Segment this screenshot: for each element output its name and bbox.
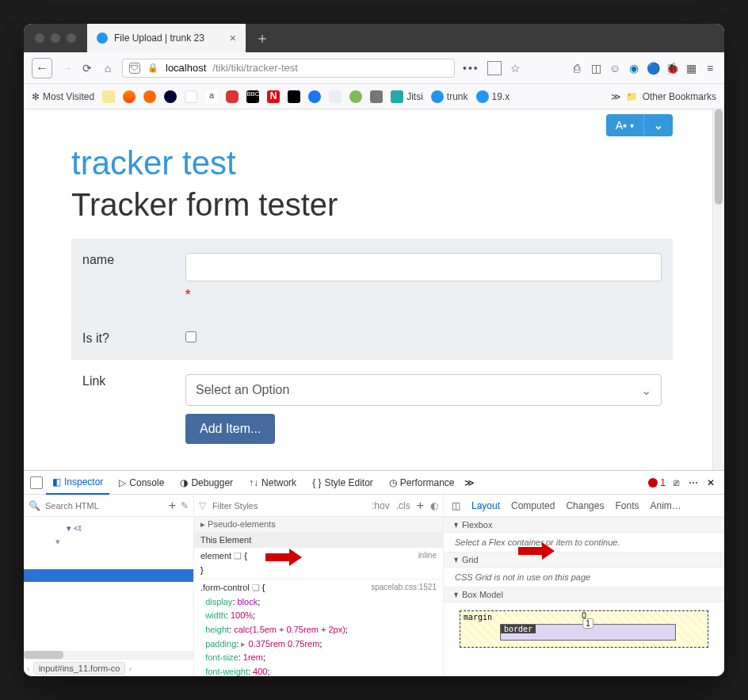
- maximize-window-icon[interactable]: [67, 33, 76, 43]
- ext1-icon[interactable]: ◉: [628, 62, 640, 75]
- scroll-thumb[interactable]: [715, 109, 723, 205]
- bookmark-icon-5[interactable]: [185, 90, 197, 103]
- bookmark-icon-9[interactable]: [349, 90, 362, 103]
- style-editor-icon: { }: [312, 477, 321, 488]
- bookmark-icon-10[interactable]: [370, 90, 383, 103]
- crumb-next-icon[interactable]: ›: [128, 664, 132, 673]
- close-devtools-icon[interactable]: ✕: [704, 476, 718, 490]
- responsive-mode-icon[interactable]: ⎚: [669, 476, 683, 490]
- home-icon[interactable]: ⌂: [101, 62, 114, 75]
- sidetab-anim[interactable]: Anim…: [650, 500, 681, 511]
- bookmark-icon-1[interactable]: [102, 90, 115, 103]
- form-row-link: Link Select an Option ⌄ Add Item...: [71, 360, 673, 458]
- active-tab[interactable]: File Upload | trunk 23 ×: [87, 24, 246, 52]
- reload-icon[interactable]: ⟳: [81, 62, 94, 75]
- translate-button[interactable]: A▪▾: [606, 114, 644, 136]
- box-model-diagram[interactable]: margin 0 1 border: [460, 610, 708, 648]
- bookmark-jitsi[interactable]: Jitsi: [391, 90, 423, 103]
- breadcrumb-item[interactable]: input#ins_11.form-co: [33, 662, 126, 675]
- vertical-scrollbar[interactable]: [712, 109, 724, 470]
- sidetab-layout[interactable]: Layout: [471, 500, 500, 511]
- more-tabs-icon[interactable]: ≫: [464, 477, 475, 488]
- back-icon[interactable]: ←: [32, 58, 52, 78]
- bookmark-icon-fb[interactable]: [308, 90, 321, 103]
- dropdown-button[interactable]: ⌄: [644, 114, 673, 136]
- ext4-icon[interactable]: ▦: [685, 62, 697, 75]
- bookmark-icon-netflix[interactable]: N: [267, 90, 280, 103]
- tab-console[interactable]: ▷Console: [113, 471, 170, 495]
- pick-element-icon[interactable]: [30, 476, 43, 489]
- sidetab-changes[interactable]: Changes: [566, 500, 604, 511]
- name-input[interactable]: [185, 253, 662, 281]
- toggle-side-icon[interactable]: ◫: [452, 500, 460, 511]
- filter-styles-input[interactable]: [212, 501, 276, 511]
- bookmark-icon-8[interactable]: [329, 90, 342, 103]
- library-icon[interactable]: ⎙: [571, 62, 583, 75]
- dom-node[interactable]: <t: [74, 523, 81, 533]
- tab-inspector[interactable]: ◧Inspector: [46, 471, 109, 495]
- devtools: ◧Inspector ▷Console ◑Debugger ↑↓Network …: [24, 470, 724, 676]
- rule-source[interactable]: spacelab.css:1521: [371, 581, 437, 594]
- tiki-icon: [476, 90, 489, 103]
- form-control-rule[interactable]: spacelab.css:1521 .form-control ❏ { disp…: [194, 579, 443, 676]
- grid-header[interactable]: ▼Grid: [444, 552, 724, 568]
- add-item-button[interactable]: Add Item...: [185, 414, 275, 444]
- new-tab-button[interactable]: ＋: [250, 26, 274, 50]
- minimize-window-icon[interactable]: [51, 33, 60, 43]
- viewport: A▪▾ ⌄ tracker test Tracker form tester n…: [24, 109, 724, 470]
- page-actions-icon[interactable]: •••: [463, 62, 479, 75]
- ext2-icon[interactable]: 🔵: [647, 62, 659, 75]
- close-tab-icon[interactable]: ×: [230, 32, 236, 44]
- tab-debugger[interactable]: ◑Debugger: [174, 471, 239, 495]
- account-icon[interactable]: ☺: [609, 62, 621, 75]
- error-indicator[interactable]: 1: [648, 477, 666, 488]
- bookmark-most-visited[interactable]: ✻Most Visited: [32, 91, 94, 102]
- eyedropper-icon[interactable]: ✎: [181, 500, 189, 511]
- bookmark-icon-7[interactable]: [288, 90, 300, 103]
- add-node-icon[interactable]: +: [169, 499, 176, 513]
- element-rule[interactable]: inline element ❏ {}: [194, 548, 443, 579]
- other-bookmarks[interactable]: ≫ 📁 Other Bookmarks: [611, 91, 716, 102]
- url-field[interactable]: 🛡 🔒 localhost/tiki/tiki/tracker-test: [122, 59, 455, 78]
- selected-node-row[interactable]: [24, 569, 193, 582]
- sidetab-computed[interactable]: Computed: [511, 500, 555, 511]
- bookmark-icon-amazon[interactable]: a: [205, 90, 218, 103]
- bookmark-icon-2[interactable]: [123, 90, 135, 103]
- bookmark-icon-6[interactable]: [226, 90, 239, 103]
- bookmark-icon-3[interactable]: [143, 90, 156, 103]
- bookmark-icon-4[interactable]: [164, 90, 177, 103]
- lock-icon: 🔒: [147, 62, 159, 75]
- search-html-input[interactable]: [45, 501, 132, 511]
- rule-source[interactable]: inline: [418, 549, 437, 562]
- add-rule-icon[interactable]: +: [417, 499, 424, 513]
- page-title-link[interactable]: tracker test: [71, 144, 673, 182]
- bookmark-19x[interactable]: 19.x: [476, 90, 510, 103]
- link-select[interactable]: Select an Option ⌄: [185, 374, 662, 406]
- reader-icon[interactable]: [487, 61, 502, 75]
- sidetab-fonts[interactable]: Fonts: [615, 500, 639, 511]
- devtools-body: ▾ <t ▾ ‹ input#ins_11.form-co › ▸ Pseudo…: [24, 517, 724, 676]
- isit-checkbox[interactable]: [185, 331, 197, 342]
- light-dark-icon[interactable]: ◐: [430, 500, 438, 511]
- svg-marker-1: [518, 542, 555, 560]
- flexbox-header[interactable]: ▼Flexbox: [444, 517, 724, 533]
- bookmark-icon-bbc[interactable]: BBC: [246, 90, 259, 103]
- dom-tree[interactable]: ▾ <t ▾ ‹ input#ins_11.form-co ›: [24, 517, 194, 676]
- boxmodel-header[interactable]: ▼Box Model: [444, 587, 724, 602]
- ext3-icon[interactable]: 🐞: [666, 62, 678, 75]
- tab-network[interactable]: ↑↓Network: [242, 471, 303, 495]
- crumb-prev-icon[interactable]: ‹: [27, 664, 30, 673]
- sidebar-icon[interactable]: ◫: [590, 62, 602, 75]
- bookmark-trunk[interactable]: trunk: [431, 90, 468, 103]
- pseudo-header[interactable]: ▸ Pseudo-elements: [194, 517, 443, 533]
- menu-icon[interactable]: ≡: [704, 62, 716, 75]
- close-window-icon[interactable]: [35, 33, 44, 43]
- tab-performance[interactable]: ◷Performance: [383, 471, 461, 495]
- horizontal-scrollbar[interactable]: [24, 651, 193, 659]
- cls-toggle[interactable]: .cls: [396, 500, 410, 511]
- devtools-menu-icon[interactable]: ⋯: [686, 476, 700, 490]
- tab-style-editor[interactable]: { }Style Editor: [306, 471, 380, 495]
- bookmark-star-icon[interactable]: ☆: [509, 62, 522, 75]
- h-scroll-thumb[interactable]: [24, 651, 63, 659]
- hov-toggle[interactable]: :hov: [372, 500, 390, 511]
